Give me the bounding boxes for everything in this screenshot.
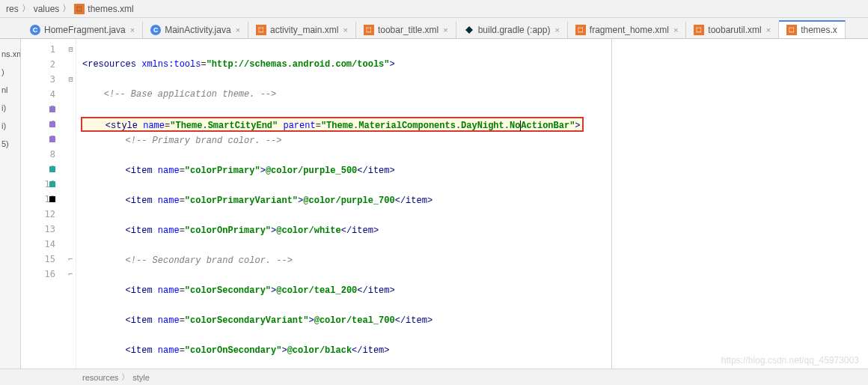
close-icon[interactable]: ×: [554, 25, 559, 34]
preview-panel: [611, 39, 868, 369]
status-crumb[interactable]: resources: [82, 373, 118, 382]
chevron-right-icon: 〉: [121, 372, 129, 383]
close-icon[interactable]: ×: [443, 25, 447, 34]
sidebar-item[interactable]: ): [0, 63, 20, 81]
editor-tabs: CHomeFragment.java× CMainActivity.java× …: [0, 18, 868, 39]
tab-activity-main[interactable]: ⬚activity_main.xml×: [248, 22, 356, 38]
tab-fragment-home[interactable]: ⬚fragment_home.xml×: [568, 22, 686, 38]
breadcrumb-item[interactable]: values: [34, 4, 60, 14]
line-gutter: 1 2 3 4 5 6 7 8 9 10 11 12 13 14 15 16: [21, 39, 66, 369]
close-icon[interactable]: ×: [343, 25, 347, 34]
tab-label: themes.x: [801, 25, 837, 35]
project-sidebar: ns.xm ) nl i) i) 5): [0, 39, 21, 369]
color-swatch-icon: [49, 106, 55, 112]
chevron-right-icon: 〉: [62, 2, 71, 15]
sidebar-item[interactable]: nl: [0, 81, 20, 99]
color-swatch-icon: [49, 121, 55, 127]
fold-toggle-icon[interactable]: ⊟: [66, 72, 76, 87]
tab-label: toobarutil.xml: [708, 25, 761, 35]
color-swatch-icon: [49, 166, 55, 172]
code-area[interactable]: <resources xmlns:tools="http://schemas.a…: [76, 39, 611, 369]
java-file-icon: C: [150, 25, 161, 35]
java-file-icon: C: [30, 25, 40, 35]
tab-label: toobar_title.xml: [378, 25, 438, 35]
xml-file-icon: ⬚: [694, 25, 704, 35]
tab-themes[interactable]: ⬚themes.x: [779, 20, 846, 39]
xml-file-icon: ⬚: [786, 25, 797, 35]
fold-toggle-icon[interactable]: ⊟: [66, 42, 76, 57]
close-icon[interactable]: ×: [236, 25, 240, 34]
main-content: ns.xm ) nl i) i) 5) 1 2 3 4 5 6 7 8 9 10…: [0, 39, 868, 369]
color-swatch-icon: [49, 196, 55, 202]
color-swatch-icon: [49, 136, 55, 142]
tab-mainactivity[interactable]: CMainActivity.java×: [143, 22, 248, 38]
fold-end-icon: ⌐: [66, 267, 76, 282]
xml-file-icon: ⬚: [74, 4, 85, 14]
gradle-file-icon: [464, 25, 474, 35]
xml-file-icon: ⬚: [575, 25, 586, 35]
chevron-right-icon: 〉: [22, 2, 31, 15]
xml-file-icon: ⬚: [256, 25, 266, 35]
sidebar-item[interactable]: i): [0, 99, 20, 117]
tab-label: fragment_home.xml: [590, 25, 669, 35]
tab-toobar-title[interactable]: ⬚toobar_title.xml×: [356, 22, 456, 38]
sidebar-item[interactable]: 5): [0, 135, 20, 153]
status-crumb[interactable]: style: [132, 373, 150, 382]
tab-label: build.gradle (:app): [478, 25, 551, 35]
close-icon[interactable]: ×: [673, 25, 678, 34]
tab-toobarutil[interactable]: ⬚toobarutil.xml×: [686, 22, 779, 38]
breadcrumb-item[interactable]: res: [6, 4, 19, 14]
breadcrumb-status: resources 〉 style: [0, 369, 868, 385]
fold-end-icon: ⌐: [66, 252, 76, 267]
breadcrumb: res 〉 values 〉 ⬚ themes.xml: [0, 0, 868, 18]
tab-build-gradle[interactable]: build.gradle (:app)×: [456, 22, 568, 38]
tab-homefragment[interactable]: CHomeFragment.java×: [22, 22, 143, 38]
close-icon[interactable]: ×: [766, 25, 771, 34]
sidebar-item[interactable]: ns.xm: [0, 45, 20, 63]
xml-file-icon: ⬚: [364, 25, 374, 35]
color-swatch-icon: [49, 181, 55, 187]
tab-label: MainActivity.java: [165, 25, 230, 35]
breadcrumb-item[interactable]: themes.xml: [88, 4, 133, 14]
close-icon[interactable]: ×: [130, 25, 135, 34]
sidebar-item[interactable]: i): [0, 117, 20, 135]
tab-label: HomeFragment.java: [44, 25, 126, 35]
tab-label: activity_main.xml: [270, 25, 338, 35]
fold-column: ⊟ ⊟ ⌐ ⌐: [66, 39, 76, 369]
code-editor[interactable]: 1 2 3 4 5 6 7 8 9 10 11 12 13 14 15 16 ⊟…: [21, 39, 868, 369]
